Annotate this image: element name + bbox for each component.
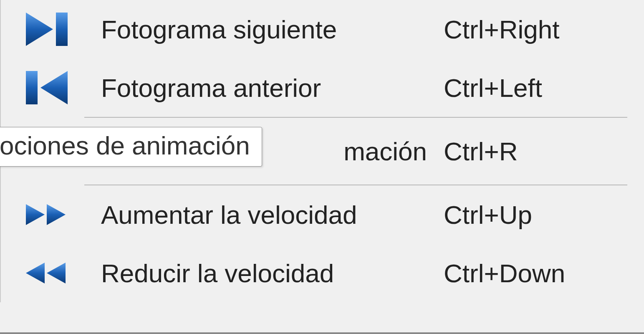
svg-rect-1	[56, 13, 68, 46]
tooltip: ociones de animación	[0, 127, 262, 167]
svg-marker-4	[26, 204, 45, 225]
menu-bottom-border	[0, 332, 644, 334]
menu-item-shortcut: Ctrl+Up	[444, 200, 619, 230]
menu-item-next-frame[interactable]: Fotograma siguiente Ctrl+Right	[1, 0, 644, 58]
svg-marker-3	[40, 71, 68, 104]
menu-item-label: Fotograma siguiente	[84, 15, 444, 44]
menu-item-increase-speed[interactable]: Aumentar la velocidad Ctrl+Up	[1, 185, 644, 244]
fast-forward-icon	[9, 202, 84, 227]
svg-marker-7	[47, 263, 66, 283]
menu-item-label: Aumentar la velocidad	[84, 200, 444, 230]
svg-marker-5	[47, 204, 66, 225]
menu-item-shortcut: Ctrl+Right	[444, 15, 619, 44]
svg-rect-2	[26, 71, 38, 104]
menu-item-prev-frame[interactable]: Fotograma anterior Ctrl+Left	[1, 58, 644, 117]
tooltip-text: ociones de animación	[0, 131, 250, 160]
rewind-icon	[9, 261, 84, 286]
menu-item-decrease-speed[interactable]: Reducir la velocidad Ctrl+Down	[1, 244, 644, 302]
svg-marker-0	[26, 13, 53, 46]
svg-marker-6	[26, 263, 45, 283]
menu-item-label: Fotograma anterior	[84, 73, 444, 103]
menu-item-shortcut: Ctrl+Down	[444, 258, 619, 288]
next-frame-icon	[9, 10, 84, 48]
prev-frame-icon	[9, 69, 84, 106]
menu-item-label: Reducir la velocidad	[84, 258, 444, 288]
menu-item-shortcut: Ctrl+R	[444, 137, 619, 166]
menu-item-shortcut: Ctrl+Left	[444, 73, 619, 103]
